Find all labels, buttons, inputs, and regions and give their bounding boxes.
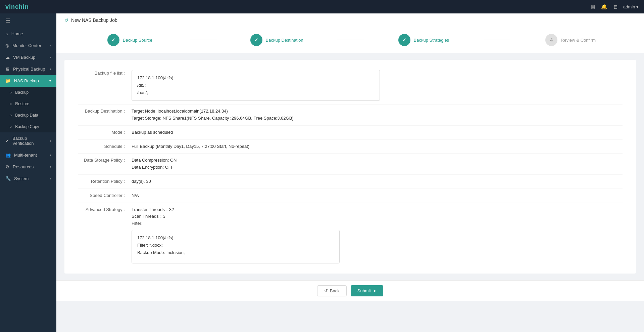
- sidebar-item-restore[interactable]: ○ Restore: [0, 98, 56, 110]
- connector-1-2: [190, 40, 217, 40]
- sidebar-item-vm-backup[interactable]: ☁ VM Backup ›: [0, 51, 56, 63]
- backup-verification-icon: ✔: [5, 138, 9, 143]
- filter-label: Filter:: [132, 220, 623, 227]
- sidebar-label-restore: Restore: [15, 101, 29, 106]
- sidebar-item-multi-tenant[interactable]: 👥 Multi-tenant ›: [0, 149, 56, 161]
- bell-icon[interactable]: 🔔: [601, 4, 607, 10]
- sidebar-label-system: System: [14, 176, 29, 181]
- sidebar-item-resources[interactable]: ⚙ Resources ›: [0, 161, 56, 173]
- sidebar-label-backup: Backup: [15, 90, 29, 95]
- row-retention-policy: Retention Policy : day(s), 30: [78, 175, 623, 189]
- sidebar-label-backup-data: Backup Data: [15, 113, 38, 118]
- backup-file-list-label: Backup file list :: [78, 70, 132, 76]
- row-mode: Mode : Backup as scheduled: [78, 126, 623, 140]
- encryption-value: Data Encryption: OFF: [132, 164, 623, 171]
- review-content: Backup file list : 172.18.1.100(/cifs): …: [56, 53, 644, 280]
- back-icon: ↺: [324, 288, 328, 293]
- sidebar-label-monitor-center: Monitor Center: [12, 43, 41, 48]
- sidebar: ☰ ⌂ Home ◎ Monitor Center › ☁ VM Backup …: [0, 13, 56, 332]
- page-title: New NAS Backup Job: [71, 17, 117, 23]
- wizard-circle-2: ✓: [250, 34, 262, 46]
- topbar: vinchin ▦ 🔔 🖥 admin ▾: [0, 0, 644, 13]
- sidebar-item-backup-verification[interactable]: ✔ Backup Verification ›: [0, 132, 56, 149]
- row-backup-destination: Backup Destination : Target Node: localh…: [78, 105, 623, 126]
- compression-value: Data Compression: ON: [132, 157, 623, 164]
- wizard-step-1: ✓ Backup Source: [70, 34, 190, 46]
- topbar-right: ▦ 🔔 🖥 admin ▾: [591, 4, 639, 10]
- sidebar-item-monitor-center[interactable]: ◎ Monitor Center ›: [0, 40, 56, 51]
- arrow-icon: ›: [50, 44, 51, 47]
- filter-box-host: 172.18.1.100(/cifs):: [137, 234, 334, 242]
- filter-box: 172.18.1.100(/cifs): Filter: *.docx; Bac…: [132, 230, 340, 263]
- main-content: ↺ New NAS Backup Job ✓ Backup Source ✓ B…: [56, 13, 644, 332]
- backup-sub-icon: ○: [9, 90, 12, 95]
- speed-controller-value: N/A: [132, 192, 623, 199]
- submit-button[interactable]: Submit ➤: [351, 285, 383, 296]
- sidebar-item-backup-copy[interactable]: ○ Backup Copy: [0, 121, 56, 132]
- wizard-circle-1: ✓: [107, 34, 119, 46]
- schedule-value: Full Backup (Monthly Day1, Day15, 7:27:0…: [132, 143, 623, 150]
- detail-section: Backup file list : 172.18.1.100(/cifs): …: [64, 60, 636, 274]
- arrow-icon: ›: [50, 153, 51, 157]
- filter-box-backup-mode: Backup Mode: Inclusion;: [137, 249, 334, 256]
- step4-number: 4: [550, 37, 553, 43]
- back-button[interactable]: ↺ Back: [317, 285, 347, 296]
- step1-check: ✓: [111, 37, 115, 43]
- backup-destination-value: Target Node: localhost.localdomain(172.1…: [132, 108, 623, 122]
- row-advanced-strategy: Advanced Strategy : Transfer Threads：32 …: [78, 203, 623, 267]
- sidebar-item-physical-backup[interactable]: 🖥 Physical Backup ›: [0, 63, 56, 75]
- sidebar-item-nas-backup[interactable]: 📁 NAS Backup ▾: [0, 75, 56, 87]
- file-list-box: 172.18.1.100(/cifs): /db/; /nas/;: [132, 70, 380, 101]
- table-icon[interactable]: ▦: [591, 4, 596, 10]
- sidebar-item-system[interactable]: 🔧 System ›: [0, 173, 56, 184]
- restore-sub-icon: ○: [9, 101, 12, 106]
- backup-file-list-value: 172.18.1.100(/cifs): /db/; /nas/;: [132, 70, 623, 101]
- wizard-step-2: ✓ Backup Destination: [217, 34, 337, 46]
- refresh-icon: ↺: [64, 17, 68, 23]
- user-menu[interactable]: admin ▾: [623, 4, 639, 9]
- submit-label: Submit: [357, 288, 371, 293]
- sidebar-label-backup-copy: Backup Copy: [15, 124, 39, 129]
- system-icon: 🔧: [5, 176, 11, 181]
- sidebar-label-home: Home: [11, 31, 23, 36]
- target-node: Target Node: localhost.localdomain(172.1…: [132, 108, 623, 115]
- speed-controller-label: Speed Controller :: [78, 192, 132, 198]
- arrow-icon: ›: [50, 67, 51, 71]
- step2-label: Backup Destination: [266, 38, 303, 43]
- step3-check: ✓: [402, 37, 406, 43]
- wizard-step-3: ✓ Backup Strategies: [364, 34, 484, 46]
- resources-icon: ⚙: [5, 164, 9, 169]
- page-header: ↺ New NAS Backup Job: [56, 13, 644, 27]
- filter-box-filter: Filter: *.docx;: [137, 242, 334, 249]
- monitor-icon[interactable]: 🖥: [613, 4, 618, 10]
- advanced-strategy-label: Advanced Strategy :: [78, 206, 132, 212]
- target-storage: Target Storage: NFS Share1(NFS Share, Ca…: [132, 115, 623, 122]
- file-list-host: 172.18.1.100(/cifs):: [137, 74, 374, 82]
- sidebar-label-backup-verification: Backup Verification: [12, 136, 47, 146]
- arrow-icon: ›: [50, 55, 51, 59]
- sidebar-item-home[interactable]: ⌂ Home: [0, 28, 56, 40]
- mode-label: Mode :: [78, 129, 132, 135]
- row-speed-controller: Speed Controller : N/A: [78, 189, 623, 203]
- monitor-center-icon: ◎: [5, 43, 9, 48]
- connector-2-3: [337, 40, 364, 40]
- wizard-circle-4: 4: [545, 34, 557, 46]
- transfer-threads: Transfer Threads：32: [132, 206, 623, 213]
- sidebar-label-resources: Resources: [13, 164, 34, 169]
- data-storage-policy-label: Data Storage Policy :: [78, 157, 132, 163]
- backup-copy-icon: ○: [9, 124, 12, 129]
- sidebar-label-physical-backup: Physical Backup: [13, 67, 45, 72]
- nas-backup-submenu: ○ Backup ○ Restore ○ Backup Data ○ Backu…: [0, 87, 56, 132]
- data-storage-policy-value: Data Compression: ON Data Encryption: OF…: [132, 157, 623, 171]
- logo: vinchin: [5, 3, 29, 10]
- arrow-icon: ▾: [49, 79, 51, 83]
- step4-label: Review & Confirm: [561, 38, 596, 43]
- sidebar-item-backup[interactable]: ○ Backup: [0, 87, 56, 98]
- submit-icon: ➤: [373, 288, 377, 293]
- hamburger-button[interactable]: ☰: [0, 13, 56, 28]
- scan-threads: Scan Threads：3: [132, 213, 623, 220]
- retention-policy-label: Retention Policy :: [78, 178, 132, 184]
- sidebar-label-nas-backup: NAS Backup: [14, 78, 39, 83]
- arrow-icon: ›: [50, 139, 51, 143]
- sidebar-item-backup-data[interactable]: ○ Backup Data: [0, 110, 56, 121]
